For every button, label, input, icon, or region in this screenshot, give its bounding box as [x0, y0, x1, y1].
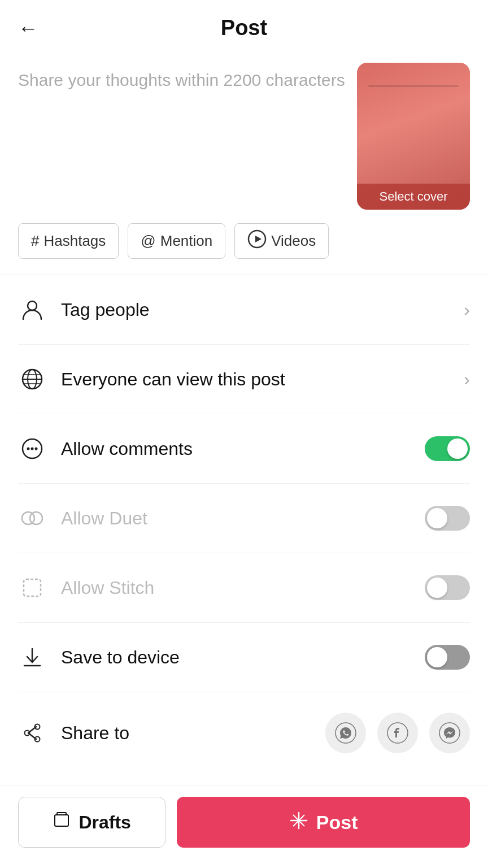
allow-stitch-toggle[interactable] — [425, 575, 470, 600]
drafts-button[interactable]: Drafts — [18, 797, 165, 848]
post-button[interactable]: Post — [177, 797, 470, 848]
tag-people-label: Tag people — [61, 300, 150, 320]
svg-rect-22 — [55, 815, 68, 826]
page-title: Post — [221, 16, 267, 40]
tag-people-row[interactable]: Tag people › — [18, 275, 470, 345]
videos-chip[interactable]: Videos — [234, 223, 329, 259]
chevron-right-icon-2: › — [464, 369, 470, 390]
svg-rect-23 — [57, 813, 66, 815]
tag-chips: # Hashtags @ Mention Videos — [0, 223, 488, 275]
messenger-button[interactable] — [429, 713, 470, 753]
settings-list: Tag people › Everyone can view this post… — [0, 275, 488, 774]
allow-duet-label: Allow Duet — [61, 508, 147, 529]
back-button[interactable]: ← — [18, 16, 38, 40]
toggle-knob — [447, 439, 468, 459]
drafts-label: Drafts — [79, 812, 130, 833]
view-privacy-label: Everyone can view this post — [61, 369, 285, 390]
svg-point-2 — [28, 301, 37, 310]
mention-chip[interactable]: @ Mention — [128, 223, 225, 259]
allow-comments-toggle[interactable] — [425, 436, 470, 461]
svg-point-9 — [27, 448, 30, 450]
globe-icon — [18, 365, 46, 393]
videos-label: Videos — [271, 232, 316, 250]
share-to-label: Share to — [61, 723, 129, 744]
chevron-right-icon: › — [464, 300, 470, 320]
allow-comments-row: Allow comments — [18, 414, 470, 484]
header: ← Post — [0, 0, 488, 51]
svg-point-11 — [35, 448, 38, 450]
svg-rect-14 — [24, 579, 41, 596]
hashtags-chip[interactable]: # Hashtags — [18, 223, 119, 259]
allow-duet-toggle[interactable] — [425, 506, 470, 531]
share-icon — [18, 719, 46, 747]
download-icon — [18, 643, 46, 671]
svg-point-13 — [30, 512, 42, 524]
person-icon — [18, 296, 46, 324]
social-icons-group — [325, 713, 470, 753]
sparkle-icon — [289, 811, 308, 834]
stitch-icon — [18, 574, 46, 602]
allow-comments-label: Allow comments — [61, 439, 193, 459]
hashtags-label: Hashtags — [43, 232, 106, 250]
caption-area: Share your thoughts within 2200 characte… — [0, 51, 488, 223]
cover-thumbnail[interactable]: Select cover — [357, 63, 470, 210]
svg-point-21 — [439, 723, 460, 743]
facebook-button[interactable] — [377, 713, 418, 753]
caption-input[interactable]: Share your thoughts within 2200 characte… — [18, 63, 346, 93]
svg-point-10 — [31, 448, 34, 450]
bottom-bar: Drafts Post — [0, 785, 488, 868]
svg-marker-1 — [255, 236, 262, 242]
toggle-knob-2 — [427, 508, 447, 528]
comment-icon — [18, 435, 46, 463]
toggle-knob-3 — [427, 578, 447, 598]
drafts-icon — [53, 811, 71, 834]
duet-icon — [18, 504, 46, 532]
play-icon — [247, 229, 267, 253]
save-device-row: Save to device — [18, 623, 470, 692]
hashtag-icon: # — [31, 232, 39, 250]
whatsapp-button[interactable] — [325, 713, 366, 753]
post-label: Post — [316, 811, 358, 834]
select-cover-label[interactable]: Select cover — [357, 184, 470, 210]
allow-stitch-row: Allow Stitch — [18, 553, 470, 623]
save-device-toggle[interactable] — [425, 645, 470, 670]
view-privacy-row[interactable]: Everyone can view this post › — [18, 345, 470, 414]
save-device-label: Save to device — [61, 647, 180, 668]
toggle-knob-4 — [427, 647, 447, 667]
share-to-row: Share to — [18, 692, 470, 774]
mention-label: Mention — [160, 232, 213, 250]
allow-duet-row: Allow Duet — [18, 484, 470, 553]
allow-stitch-label: Allow Stitch — [61, 578, 154, 598]
mention-icon: @ — [141, 232, 155, 250]
